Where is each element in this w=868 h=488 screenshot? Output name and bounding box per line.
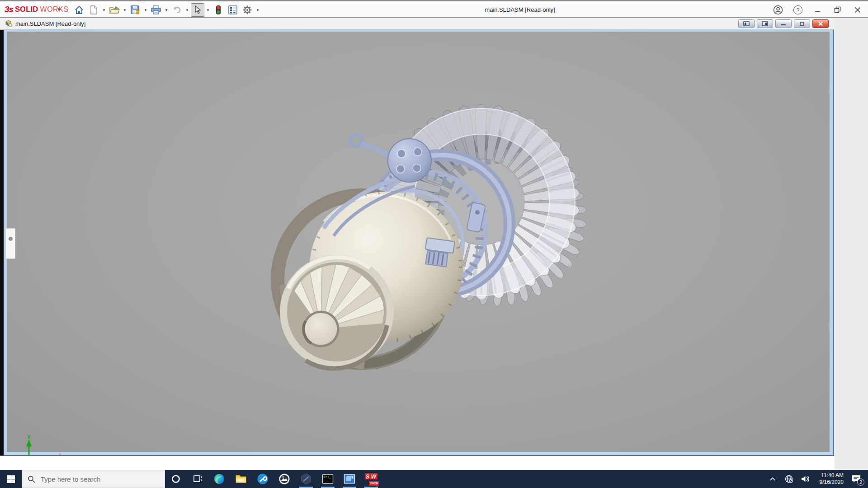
app-window-icon <box>344 474 355 484</box>
tray-expand-button[interactable] <box>766 470 779 488</box>
task-view-button[interactable] <box>187 470 208 488</box>
options-dropdown[interactable]: ▾ <box>255 8 260 12</box>
help-icon: ? <box>793 5 802 14</box>
new-document-icon <box>89 5 98 15</box>
exhaust-nozzle <box>282 257 392 369</box>
home-button[interactable] <box>72 3 86 17</box>
rebuild-button[interactable] <box>212 3 225 17</box>
file-explorer-icon <box>235 474 247 484</box>
statusbar-strip <box>0 455 834 470</box>
cortana-icon <box>171 474 180 483</box>
file-properties-button[interactable] <box>226 3 240 17</box>
undo-icon <box>172 5 182 14</box>
new-document-dropdown[interactable]: ▾ <box>101 8 107 12</box>
mdi-background <box>834 18 868 470</box>
select-cursor-icon <box>193 5 202 14</box>
graphics-viewport[interactable]: Y x *Dimetric <box>7 32 830 452</box>
doc-minimize-icon <box>780 21 787 26</box>
menu-expander-icon[interactable]: ▸ <box>58 5 61 12</box>
quick-access-toolbar: ▾ ▾ ▾ ▾ <box>72 3 260 17</box>
support-tool-button[interactable] <box>252 470 274 488</box>
start-button[interactable] <box>0 470 22 488</box>
featuremanager-collapsed-tab[interactable] <box>5 228 15 259</box>
file-explorer-button[interactable] <box>230 470 252 488</box>
featuremanager-expand-icon <box>9 237 13 241</box>
hexagon-app-button[interactable] <box>295 470 317 488</box>
minimize-icon <box>814 6 821 14</box>
doc-close-icon <box>818 21 823 26</box>
left-panel-strip <box>0 30 4 455</box>
command-prompt-button[interactable]: C:\_ <box>317 470 339 488</box>
close-icon <box>854 6 861 14</box>
undo-button[interactable] <box>170 3 184 17</box>
remote-window-button[interactable] <box>339 470 360 488</box>
taskbar-search[interactable] <box>22 470 165 488</box>
open-folder-icon <box>109 5 120 15</box>
solidworks-taskbar-button[interactable]: S W 2020 <box>360 470 382 488</box>
brand-works: WORKS <box>40 5 69 14</box>
wrench-icon <box>257 473 269 485</box>
assembly-icon <box>4 20 13 28</box>
edge-icon <box>213 473 225 485</box>
options-button[interactable] <box>241 3 254 17</box>
minimize-button[interactable] <box>811 3 825 17</box>
login-button[interactable] <box>771 3 785 17</box>
command-prompt-icon: C:\_ <box>322 474 334 484</box>
properties-list-icon <box>228 5 238 14</box>
jet-engine-model <box>7 32 830 452</box>
user-account-icon <box>773 5 783 15</box>
action-center-button[interactable]: 2 <box>846 470 866 488</box>
document-title: main.SLDASM [Read-only] <box>15 20 85 27</box>
edge-button[interactable] <box>208 470 230 488</box>
windows-logo-icon <box>7 475 15 483</box>
clock-time: 11:40 AM <box>815 472 844 479</box>
restore-icon <box>834 6 842 14</box>
open-button[interactable] <box>108 3 121 17</box>
left-pane-icon <box>743 21 750 26</box>
doc-restore-button[interactable] <box>794 19 810 28</box>
select-tool-button[interactable] <box>191 3 204 17</box>
doc-show-right-pane-button[interactable] <box>757 19 773 28</box>
solidworks-app-icon: S W 2020 <box>365 473 377 485</box>
brand-solid: SOLID <box>15 5 38 14</box>
cmd-glyph-text: C:\_ <box>324 475 332 479</box>
windows-taskbar: C:\_ S W 2020 <box>0 470 868 488</box>
clock-date: 9/16/2020 <box>815 479 844 486</box>
chevron-up-icon <box>769 477 776 481</box>
photos-app-button[interactable] <box>274 470 295 488</box>
task-view-icon <box>193 474 202 483</box>
print-dropdown[interactable]: ▾ <box>164 8 169 12</box>
notification-count-badge: 2 <box>857 479 864 486</box>
save-button[interactable] <box>128 3 142 17</box>
photos-icon <box>278 473 290 485</box>
home-icon <box>74 5 84 15</box>
print-icon <box>151 5 161 15</box>
save-dropdown[interactable]: ▾ <box>143 8 148 12</box>
ds-logo-icon: 3s <box>5 5 13 14</box>
select-tool-dropdown[interactable]: ▾ <box>205 8 211 12</box>
restore-button[interactable] <box>831 3 844 17</box>
cortana-button[interactable] <box>165 470 187 488</box>
open-dropdown[interactable]: ▾ <box>122 8 127 12</box>
help-button[interactable]: ? <box>791 3 805 17</box>
right-pane-icon <box>762 21 768 26</box>
document-titlebar[interactable]: main.SLDASM [Read-only] <box>0 18 834 30</box>
tray-clock[interactable]: 11:40 AM 9/16/2020 <box>815 472 844 486</box>
doc-minimize-button[interactable] <box>775 19 792 28</box>
search-input[interactable] <box>40 475 153 483</box>
print-button[interactable] <box>149 3 163 17</box>
speaker-icon <box>801 475 810 483</box>
undo-dropdown[interactable]: ▾ <box>184 8 190 12</box>
doc-close-button[interactable] <box>812 19 829 28</box>
doc-show-left-pane-button[interactable] <box>738 19 755 28</box>
hexagon-app-icon <box>300 473 312 485</box>
volume-button[interactable] <box>798 470 812 488</box>
close-button[interactable] <box>851 3 864 17</box>
lifting-eye <box>350 135 362 146</box>
network-status-button[interactable] <box>782 470 796 488</box>
new-document-button[interactable] <box>87 3 100 17</box>
gearbox-flange <box>388 139 431 182</box>
solidworks-year-label: 2020 <box>369 481 379 486</box>
app-titlebar: 3s SOLIDWORKS ▸ ▾ ▾ <box>0 0 868 17</box>
doc-restore-icon <box>799 21 805 26</box>
